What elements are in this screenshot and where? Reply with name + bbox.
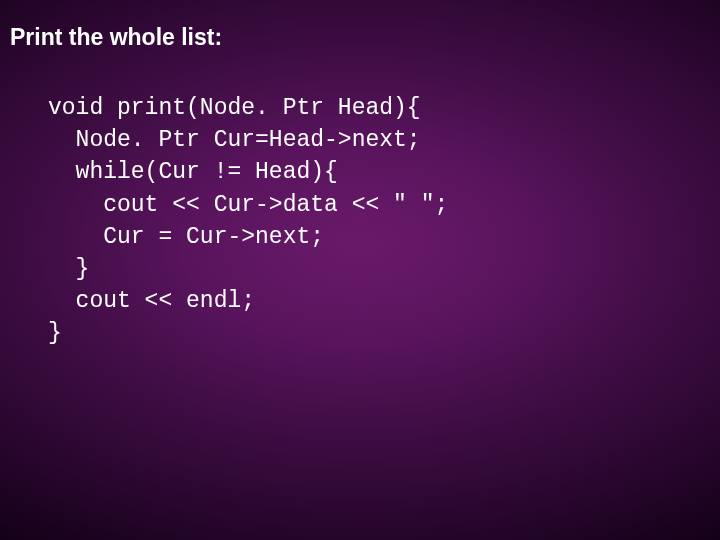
code-line: while(Cur != Head){: [48, 159, 338, 185]
code-line: Cur = Cur->next;: [48, 224, 324, 250]
code-line: }: [48, 320, 62, 346]
code-line: }: [48, 256, 89, 282]
slide-title: Print the whole list:: [10, 24, 222, 51]
code-line: void print(Node. Ptr Head){: [48, 95, 421, 121]
code-block: void print(Node. Ptr Head){ Node. Ptr Cu…: [48, 92, 448, 350]
code-line: cout << endl;: [48, 288, 255, 314]
code-line: cout << Cur->data << " ";: [48, 192, 448, 218]
code-line: Node. Ptr Cur=Head->next;: [48, 127, 421, 153]
slide: Print the whole list: void print(Node. P…: [0, 0, 720, 540]
